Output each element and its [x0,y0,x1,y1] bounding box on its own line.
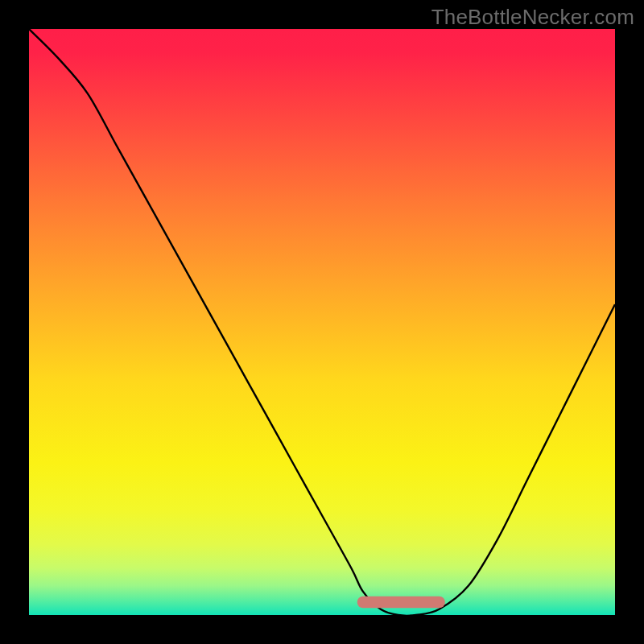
chart-svg [29,29,615,615]
chart-frame: TheBottleNecker.com [0,0,644,644]
watermark-text: TheBottleNecker.com [431,5,634,30]
plot-area [29,29,615,615]
gradient-background [29,29,615,615]
